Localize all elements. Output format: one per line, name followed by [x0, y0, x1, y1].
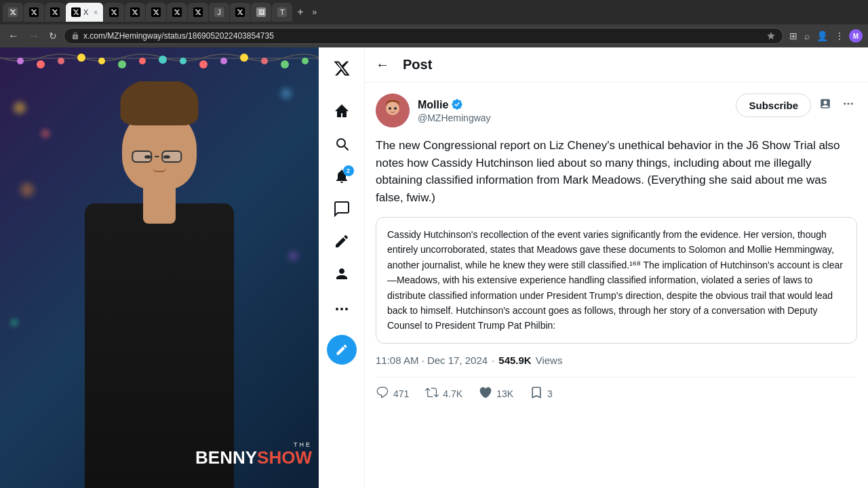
sidebar-profile-button[interactable]	[327, 259, 357, 289]
svg-point-3	[159, 56, 167, 64]
tab-10[interactable]: J	[209, 3, 229, 22]
svg-point-21	[394, 107, 397, 110]
svg-point-19	[386, 102, 399, 115]
x-logo-button[interactable]	[328, 54, 356, 87]
browser-profile-avatar[interactable]: M	[849, 29, 863, 43]
svg-point-6	[281, 60, 289, 68]
retweet-icon	[425, 386, 439, 403]
likes-stat[interactable]: 13K	[479, 386, 513, 403]
display-name: Mollie	[418, 98, 491, 113]
bookmarks-count: 3	[547, 388, 553, 399]
likes-count: 13K	[496, 388, 513, 399]
svg-point-0	[37, 60, 45, 68]
search-browser-button[interactable]: ⌕	[802, 28, 812, 43]
sidebar-search-button[interactable]	[327, 129, 357, 159]
tab-8[interactable]	[167, 3, 187, 22]
tab-11[interactable]	[230, 3, 250, 22]
page-title: Post	[403, 57, 432, 73]
bookmarks-stat[interactable]: 3	[530, 386, 553, 403]
back-button[interactable]: ←	[376, 57, 389, 73]
x-sidebar: 2	[319, 47, 365, 488]
svg-point-24	[851, 103, 853, 105]
post-meta: 11:08 AM · Dec 17, 2024 · 545.9K Views	[376, 354, 857, 366]
svg-point-17	[345, 308, 348, 310]
replies-count: 471	[393, 388, 409, 399]
watermark-show-i: SHOW	[257, 448, 312, 468]
back-nav-button[interactable]: ←	[5, 27, 22, 45]
svg-point-9	[98, 58, 105, 64]
svg-point-15	[336, 308, 338, 310]
tweet-text: The new Congressional report on Liz Chen…	[376, 137, 857, 206]
tab-3[interactable]	[45, 3, 65, 22]
svg-point-2	[118, 60, 126, 68]
new-tab-button[interactable]: +	[293, 6, 307, 18]
svg-point-22	[844, 103, 846, 105]
verified-badge	[451, 98, 463, 113]
svg-point-14	[302, 58, 309, 64]
watermark: THE BENNY SHOW	[195, 442, 312, 468]
svg-point-4	[199, 60, 208, 68]
author-row: Mollie @MZHemingway Subscribe	[376, 94, 857, 127]
star-icon[interactable]	[766, 31, 776, 41]
christmas-lights	[0, 47, 319, 81]
compose-icon-button[interactable]	[816, 95, 834, 116]
svg-point-12	[220, 58, 227, 64]
url-bar[interactable]: x.com/MZHemingway/status/186905202240385…	[64, 28, 783, 44]
notification-badge: 2	[343, 165, 354, 176]
person-figure	[44, 81, 275, 488]
sidebar-home-button[interactable]	[327, 96, 357, 126]
svg-point-10	[139, 58, 146, 64]
reload-button[interactable]: ↻	[46, 28, 60, 44]
main-area: THE BENNY SHOW 2	[0, 47, 868, 488]
forward-nav-button[interactable]: →	[26, 27, 42, 45]
quote-text: Cassidy Hutchinson's recollection of the…	[387, 227, 846, 333]
username: @MZHemingway	[418, 113, 491, 123]
browser-nav-actions: ⊞ ⌕ 👤 ⋮ M	[787, 28, 863, 43]
post-header: ← Post	[365, 47, 868, 83]
tab-overflow-button[interactable]: »	[309, 7, 321, 17]
tab-9[interactable]	[188, 3, 208, 22]
sidebar-notifications-button[interactable]: 2	[327, 161, 357, 191]
tab-2[interactable]	[24, 3, 44, 22]
svg-point-13	[261, 58, 268, 64]
stats-row: 471 4.7K 13K	[376, 377, 857, 411]
tab-5[interactable]	[104, 3, 124, 22]
views-label: Views	[536, 354, 563, 366]
author-names: Mollie @MZHemingway	[418, 98, 491, 123]
more-options-button[interactable]	[840, 95, 857, 116]
svg-point-8	[58, 58, 64, 64]
bookmark-icon	[530, 386, 543, 403]
post-content: Mollie @MZHemingway Subscribe	[365, 83, 868, 422]
user-profile-button[interactable]: 👤	[814, 28, 830, 43]
heart-icon	[479, 386, 492, 403]
tab-7[interactable]	[146, 3, 166, 22]
avatar[interactable]	[376, 94, 410, 127]
browser-chrome: X × J 🖼 T + » ←	[0, 0, 868, 47]
svg-point-16	[340, 308, 343, 310]
tab-active[interactable]: X ×	[66, 3, 103, 22]
video-panel: THE BENNY SHOW	[0, 47, 319, 488]
svg-point-23	[848, 103, 850, 105]
retweets-count: 4.7K	[443, 388, 462, 399]
svg-point-7	[17, 58, 24, 64]
replies-stat[interactable]: 471	[376, 386, 409, 403]
svg-point-20	[389, 107, 391, 110]
tab-6[interactable]	[125, 3, 145, 22]
dot-separator: ·	[492, 354, 494, 366]
sidebar-more-button[interactable]	[327, 294, 357, 324]
sidebar-compose-button[interactable]	[327, 226, 357, 256]
url-text: x.com/MZHemingway/status/186905202240385…	[83, 31, 762, 41]
retweets-stat[interactable]: 4.7K	[425, 386, 462, 403]
post-main: ← Post	[365, 47, 868, 488]
tab-1[interactable]	[3, 3, 23, 22]
sidebar-messages-button[interactable]	[327, 194, 357, 224]
tab-t[interactable]: T	[272, 3, 292, 22]
svg-point-5	[240, 54, 248, 62]
author-actions: Subscribe	[736, 94, 857, 117]
compose-tweet-button[interactable]	[327, 335, 357, 365]
extensions-button[interactable]: ⊞	[787, 28, 800, 43]
subscribe-button[interactable]: Subscribe	[736, 94, 811, 117]
tab-img[interactable]: 🖼	[251, 3, 271, 22]
twitter-panel: 2 ← Post	[319, 47, 868, 488]
menu-button[interactable]: ⋮	[833, 28, 846, 43]
